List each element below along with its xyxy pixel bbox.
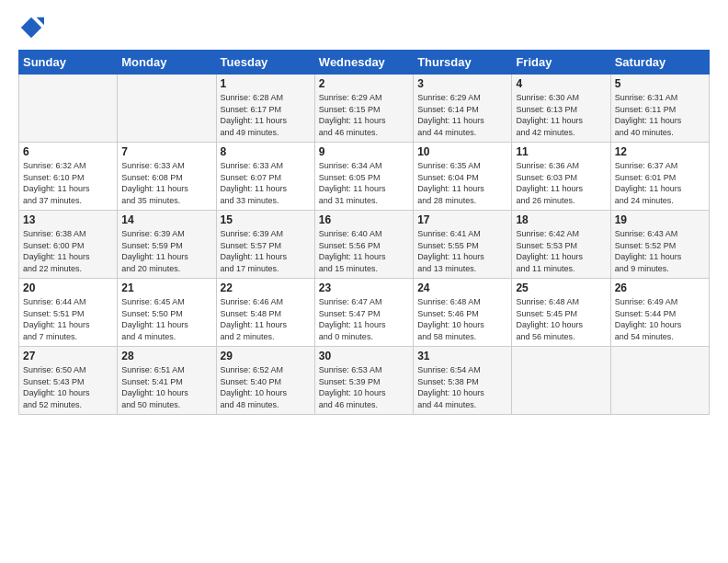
weekday-header-monday: Monday: [118, 51, 216, 75]
calendar-cell: 15Sunrise: 6:39 AM Sunset: 5:57 PM Dayli…: [216, 211, 314, 279]
day-number: 31: [417, 350, 507, 362]
calendar-cell: 10Sunrise: 6:35 AM Sunset: 6:04 PM Dayli…: [414, 143, 512, 211]
day-number: 16: [319, 213, 409, 226]
day-info: Sunrise: 6:53 AM Sunset: 5:39 PM Dayligh…: [319, 364, 409, 410]
day-info: Sunrise: 6:40 AM Sunset: 5:56 PM Dayligh…: [319, 228, 409, 274]
day-number: 15: [221, 213, 311, 226]
day-number: 3: [417, 77, 507, 90]
calendar-week-row: 20Sunrise: 6:44 AM Sunset: 5:51 PM Dayli…: [19, 279, 710, 347]
day-number: 13: [23, 213, 113, 226]
day-info: Sunrise: 6:45 AM Sunset: 5:50 PM Dayligh…: [121, 296, 211, 342]
day-number: 1: [221, 77, 311, 90]
calendar-week-row: 6Sunrise: 6:32 AM Sunset: 6:10 PM Daylig…: [19, 143, 710, 211]
day-info: Sunrise: 6:48 AM Sunset: 5:46 PM Dayligh…: [417, 296, 507, 342]
day-number: 17: [417, 213, 507, 226]
calendar-cell: 17Sunrise: 6:41 AM Sunset: 5:55 PM Dayli…: [414, 211, 512, 279]
day-info: Sunrise: 6:29 AM Sunset: 6:14 PM Dayligh…: [417, 92, 507, 138]
day-info: Sunrise: 6:49 AM Sunset: 5:44 PM Dayligh…: [615, 296, 705, 342]
calendar-week-row: 27Sunrise: 6:50 AM Sunset: 5:43 PM Dayli…: [19, 347, 710, 415]
day-info: Sunrise: 6:39 AM Sunset: 5:57 PM Dayligh…: [221, 228, 311, 274]
calendar-cell: 22Sunrise: 6:46 AM Sunset: 5:48 PM Dayli…: [216, 279, 314, 347]
calendar-cell: 11Sunrise: 6:36 AM Sunset: 6:03 PM Dayli…: [512, 143, 610, 211]
day-info: Sunrise: 6:51 AM Sunset: 5:41 PM Dayligh…: [121, 364, 211, 410]
day-info: Sunrise: 6:33 AM Sunset: 6:07 PM Dayligh…: [221, 160, 311, 206]
calendar-cell: [19, 75, 118, 143]
day-info: Sunrise: 6:41 AM Sunset: 5:55 PM Dayligh…: [417, 228, 507, 274]
day-info: Sunrise: 6:50 AM Sunset: 5:43 PM Dayligh…: [23, 364, 113, 410]
calendar-cell: 13Sunrise: 6:38 AM Sunset: 6:00 PM Dayli…: [19, 211, 118, 279]
day-number: 25: [516, 282, 606, 294]
day-number: 20: [23, 282, 113, 294]
logo-icon: [18, 15, 44, 40]
logo: [18, 15, 48, 40]
day-info: Sunrise: 6:54 AM Sunset: 5:38 PM Dayligh…: [417, 364, 507, 410]
weekday-header-thursday: Thursday: [414, 51, 512, 75]
calendar-cell: 12Sunrise: 6:37 AM Sunset: 6:01 PM Dayli…: [610, 143, 709, 211]
day-number: 2: [319, 77, 409, 90]
page: SundayMondayTuesdayWednesdayThursdayFrid…: [0, 0, 728, 563]
calendar-cell: 31Sunrise: 6:54 AM Sunset: 5:38 PM Dayli…: [414, 347, 512, 415]
day-info: Sunrise: 6:48 AM Sunset: 5:45 PM Dayligh…: [516, 296, 606, 342]
svg-marker-0: [21, 17, 41, 38]
calendar-cell: 4Sunrise: 6:30 AM Sunset: 6:13 PM Daylig…: [512, 75, 610, 143]
day-number: 18: [516, 213, 606, 226]
day-number: 22: [221, 282, 311, 294]
calendar-cell: 9Sunrise: 6:34 AM Sunset: 6:05 PM Daylig…: [314, 143, 413, 211]
weekday-header-saturday: Saturday: [610, 51, 709, 75]
calendar-cell: 2Sunrise: 6:29 AM Sunset: 6:15 PM Daylig…: [314, 75, 413, 143]
calendar-cell: 25Sunrise: 6:48 AM Sunset: 5:45 PM Dayli…: [512, 279, 610, 347]
day-info: Sunrise: 6:43 AM Sunset: 5:52 PM Dayligh…: [615, 228, 705, 274]
day-number: 8: [221, 145, 311, 158]
day-number: 5: [615, 77, 705, 90]
day-number: 10: [417, 145, 507, 158]
calendar-cell: 5Sunrise: 6:31 AM Sunset: 6:11 PM Daylig…: [610, 75, 709, 143]
calendar-cell: [512, 347, 610, 415]
calendar-cell: 6Sunrise: 6:32 AM Sunset: 6:10 PM Daylig…: [19, 143, 118, 211]
day-info: Sunrise: 6:36 AM Sunset: 6:03 PM Dayligh…: [516, 160, 606, 206]
day-number: 26: [615, 282, 705, 294]
calendar-cell: 16Sunrise: 6:40 AM Sunset: 5:56 PM Dayli…: [314, 211, 413, 279]
calendar-cell: 27Sunrise: 6:50 AM Sunset: 5:43 PM Dayli…: [19, 347, 118, 415]
day-number: 23: [319, 282, 409, 294]
day-number: 12: [615, 145, 705, 158]
calendar-cell: 20Sunrise: 6:44 AM Sunset: 5:51 PM Dayli…: [19, 279, 118, 347]
calendar-cell: 1Sunrise: 6:28 AM Sunset: 6:17 PM Daylig…: [216, 75, 314, 143]
calendar-cell: 26Sunrise: 6:49 AM Sunset: 5:44 PM Dayli…: [610, 279, 709, 347]
day-info: Sunrise: 6:52 AM Sunset: 5:40 PM Dayligh…: [221, 364, 311, 410]
calendar-cell: 21Sunrise: 6:45 AM Sunset: 5:50 PM Dayli…: [118, 279, 216, 347]
day-info: Sunrise: 6:32 AM Sunset: 6:10 PM Dayligh…: [23, 160, 113, 206]
weekday-header-sunday: Sunday: [19, 51, 118, 75]
weekday-header-row: SundayMondayTuesdayWednesdayThursdayFrid…: [19, 51, 710, 75]
weekday-header-wednesday: Wednesday: [314, 51, 413, 75]
day-number: 27: [23, 350, 113, 362]
day-info: Sunrise: 6:28 AM Sunset: 6:17 PM Dayligh…: [221, 92, 311, 138]
day-number: 14: [121, 213, 211, 226]
day-info: Sunrise: 6:31 AM Sunset: 6:11 PM Dayligh…: [615, 92, 705, 138]
day-number: 29: [221, 350, 311, 362]
calendar-cell: 3Sunrise: 6:29 AM Sunset: 6:14 PM Daylig…: [414, 75, 512, 143]
day-info: Sunrise: 6:42 AM Sunset: 5:53 PM Dayligh…: [516, 228, 606, 274]
calendar-cell: 7Sunrise: 6:33 AM Sunset: 6:08 PM Daylig…: [118, 143, 216, 211]
day-info: Sunrise: 6:33 AM Sunset: 6:08 PM Dayligh…: [121, 160, 211, 206]
day-info: Sunrise: 6:29 AM Sunset: 6:15 PM Dayligh…: [319, 92, 409, 138]
calendar-cell: 23Sunrise: 6:47 AM Sunset: 5:47 PM Dayli…: [314, 279, 413, 347]
weekday-header-friday: Friday: [512, 51, 610, 75]
day-number: 19: [615, 213, 705, 226]
day-number: 30: [319, 350, 409, 362]
calendar-cell: 30Sunrise: 6:53 AM Sunset: 5:39 PM Dayli…: [314, 347, 413, 415]
day-info: Sunrise: 6:38 AM Sunset: 6:00 PM Dayligh…: [23, 228, 113, 274]
calendar-table: SundayMondayTuesdayWednesdayThursdayFrid…: [18, 50, 710, 415]
calendar-cell: 18Sunrise: 6:42 AM Sunset: 5:53 PM Dayli…: [512, 211, 610, 279]
day-info: Sunrise: 6:39 AM Sunset: 5:59 PM Dayligh…: [121, 228, 211, 274]
header: [18, 15, 710, 40]
day-info: Sunrise: 6:44 AM Sunset: 5:51 PM Dayligh…: [23, 296, 113, 342]
day-number: 9: [319, 145, 409, 158]
day-number: 6: [23, 145, 113, 158]
day-info: Sunrise: 6:30 AM Sunset: 6:13 PM Dayligh…: [516, 92, 606, 138]
calendar-cell: 19Sunrise: 6:43 AM Sunset: 5:52 PM Dayli…: [610, 211, 709, 279]
calendar-cell: 14Sunrise: 6:39 AM Sunset: 5:59 PM Dayli…: [118, 211, 216, 279]
day-number: 28: [121, 350, 211, 362]
day-info: Sunrise: 6:35 AM Sunset: 6:04 PM Dayligh…: [417, 160, 507, 206]
calendar-cell: [610, 347, 709, 415]
day-number: 4: [516, 77, 606, 90]
